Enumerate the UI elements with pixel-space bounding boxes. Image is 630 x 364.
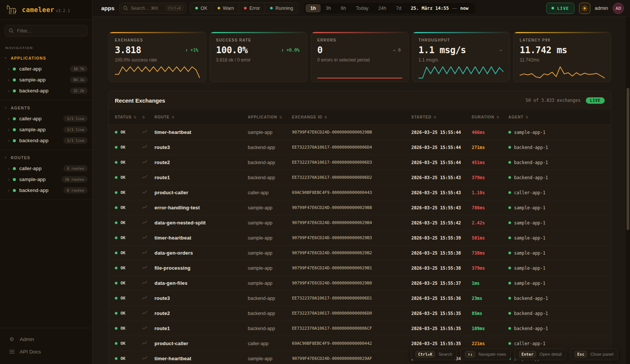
table-row[interactable]: OK error-handling-test sample-app 90799F… [109,200,611,215]
stat-card-subtitle: 0 errors in selected period [317,57,402,63]
status-label: OK [120,356,125,361]
table-body: OK timer-heartbeat sample-app 90799F47E6… [109,125,611,364]
column-header-agent[interactable]: AGENT⇅ [508,115,605,119]
duration-value: 221ms [472,341,508,346]
sidebar-item-backend-app[interactable]: › backend-app 1/1 live [0,135,92,146]
filter-warn[interactable]: Warn [212,3,239,14]
sidebar-item-sample-app[interactable]: › sample-app 1/1 live [0,124,92,135]
table-row[interactable]: OK route2 backend-app EE7322370A10617-00… [109,155,611,170]
status-dot-icon [244,7,247,9]
column-header-route[interactable]: ROUTE⇅ [154,115,248,119]
started-timestamp: 2026-03-25 15:55:35 [411,341,472,346]
table-row[interactable]: OK route3 backend-app EE7322370A10617-00… [109,291,611,306]
gear-icon: ⚙ [9,336,15,342]
column-header-status[interactable]: STATUS⇅ [115,115,142,119]
trend-icon [142,190,154,195]
agent-dot-icon [508,131,511,134]
column-header-application[interactable]: APPLICATION⇅ [248,115,292,119]
time-range-1h[interactable]: 1h [306,4,321,12]
filter-ok[interactable]: OK [190,3,212,14]
sidebar-item-label: caller-app [19,66,66,72]
topbar-right: LIVE admin AD [546,3,624,14]
scrollbar-thumb[interactable] [627,88,629,230]
stat-card-delta: → [499,48,502,53]
status-dot-icon [270,7,273,9]
sidebar: cameleer v3.2.1 Filter... NAVIGATION ▾ A… [0,0,93,364]
sidebar-item-badge: 16 routes [62,176,88,183]
table-row[interactable]: OK timer-heartbeat sample-app 90799F47E6… [109,125,611,140]
sidebar-item-sample-app[interactable]: › sample-app 84.1k [0,74,92,85]
username: admin [595,5,608,11]
status-label: OK [120,235,125,240]
scrollbar-track[interactable] [625,17,630,364]
time-range-24h[interactable]: 24h [374,4,391,12]
sort-icon: ⇅ [525,115,529,119]
status-dot-icon [218,7,220,9]
sidebar-item-label: sample-app [19,77,66,83]
agent-dot-icon [508,282,511,284]
column-header-trend[interactable]: ⇅ [142,115,154,119]
sidebar-item-api-docs[interactable]: API Docs [0,346,92,358]
table-row[interactable]: OK file-processing sample-app 90799F47E6… [109,261,611,276]
application-name: backend-app [248,145,292,150]
filter-label: Warn [223,6,234,11]
chevron-right-icon: › [8,138,9,143]
duration-value: 85ms [472,311,508,316]
time-range-7d[interactable]: 7d [391,4,406,12]
duration-value: 2.42s [472,220,508,226]
sidebar-item-admin[interactable]: ⚙ Admin [0,333,92,346]
filter-running[interactable]: Running [265,3,298,14]
ok-dot-icon [115,357,117,360]
search-icon [9,28,14,33]
sidebar-item-caller-app[interactable]: › caller-app 10.7k [0,63,92,74]
table-row[interactable]: OK data-gen-nested-split sample-app 9079… [109,215,611,230]
table-row[interactable]: OK route1 backend-app EE7322370A10617-00… [109,321,611,336]
sidebar-item-backend-app[interactable]: › backend-app 6 routes [0,185,92,196]
filter-error[interactable]: Error [239,3,265,14]
time-range-group: 1h3h6hToday24h7d 25. März 14:55 — now [304,3,475,14]
sidebar-section-header[interactable]: ▾ AGENTS [0,103,92,113]
panel-meta: 50 of 3.833 exchanges LIVE [526,97,605,104]
sidebar-item-caller-app[interactable]: › caller-app 1/1 live [0,113,92,124]
live-toggle-label: LIVE [557,6,569,11]
table-row[interactable]: OK timer-heartbeat sample-app 90799F47E6… [109,230,611,246]
table-row[interactable]: OK data-gen-files sample-app 90799F47E6C… [109,276,611,291]
route-name: route1 [154,326,248,331]
sidebar-item-label: sample-app [19,177,58,182]
application-name: sample-app [248,220,292,226]
route-name: timer-heartbeat [154,235,248,241]
search-kbd-hint: Ctrl+K [166,5,183,11]
exchange-id: EE7322370A10617-00000000000006D4 [292,145,411,150]
chevron-right-icon: › [8,78,9,82]
hint-label: Close panel [590,352,613,356]
stat-card-value: 1.1 msg/s [418,45,466,55]
search-input[interactable]: Search… ⌘K Ctrl+K [119,3,186,14]
table-row[interactable]: OK product-caller caller-app 69AC90BF8EB… [109,185,611,200]
logo-row: cameleer v3.2.1 [0,0,92,20]
table-row[interactable]: OK route2 backend-app EE7322370A10617-00… [109,306,611,321]
table-row[interactable]: OK route3 backend-app EE7322370A10617-00… [109,140,611,155]
table-row[interactable]: OK data-gen-orders sample-app 90799F47E6… [109,246,611,261]
duration-value: 1ms [472,281,508,286]
status-dot-icon [13,139,16,142]
live-toggle-button[interactable]: LIVE [546,3,574,14]
keyboard-hint: ↑↓ Navigate rows [460,348,511,360]
stat-cards: EXCHANGES 3.818 ↑ +1% 100.0% success rat… [108,32,611,82]
column-header-exchange-id[interactable]: EXCHANGE ID⇅ [292,115,411,119]
column-header-started[interactable]: STARTED⇅ [411,115,472,119]
column-header-duration[interactable]: DURATION⇅ [472,115,508,119]
avatar[interactable]: AD [613,3,624,14]
time-range-today[interactable]: Today [351,4,373,12]
sidebar-section-header[interactable]: ▾ APPLICATIONS [0,54,92,63]
sidebar-item-sample-app[interactable]: › sample-app 16 routes [0,174,92,185]
sidebar-item-badge: 4 routes [63,165,88,172]
sidebar-item-caller-app[interactable]: › caller-app 4 routes [0,163,92,174]
sidebar-section-header[interactable]: ▾ ROUTES [0,153,92,163]
time-range-6h[interactable]: 6h [336,4,351,12]
time-range-3h[interactable]: 3h [321,4,336,12]
sidebar-item-backend-app[interactable]: › backend-app 32.2k [0,85,92,96]
theme-toggle-button[interactable] [579,3,590,14]
table-row[interactable]: OK route1 backend-app EE7322370A10617-00… [109,170,611,185]
sidebar-filter-input[interactable]: Filter... [5,25,88,37]
status-label: OK [120,220,125,225]
